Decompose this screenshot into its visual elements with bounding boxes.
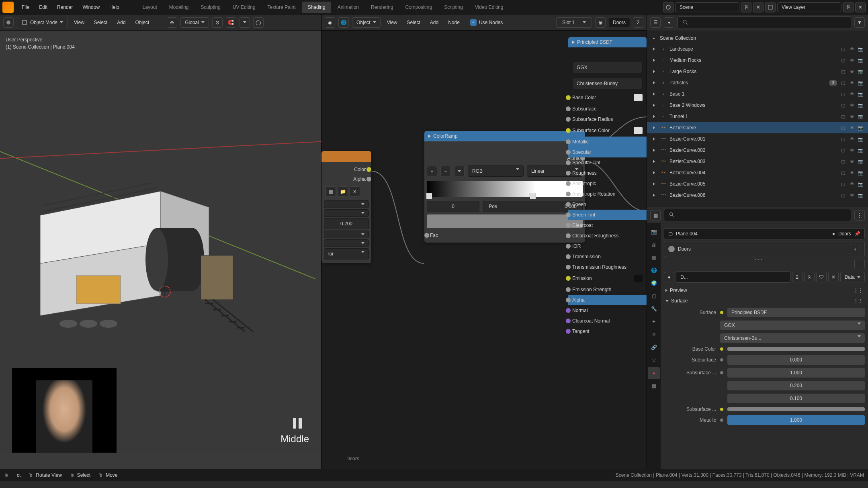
material-name-field[interactable]: Doors: [609, 18, 630, 27]
viewlayer-new-icon[interactable]: ⎘: [843, 2, 854, 12]
surface-section[interactable]: Surface⋮⋮: [664, 296, 865, 306]
gradient-bar[interactable]: [427, 181, 583, 197]
select-menu[interactable]: Select: [91, 18, 111, 27]
base-color-prop[interactable]: [727, 347, 865, 351]
scene-new-icon[interactable]: ⎘: [741, 2, 751, 12]
tab-particle[interactable]: ✦: [648, 316, 660, 328]
tree-row[interactable]: ▫Tunnel 1▢👁📷: [647, 111, 868, 122]
subsurface-prop[interactable]: 0.000: [727, 355, 865, 365]
tab-modeling[interactable]: Modeling: [164, 2, 194, 13]
tab-sculpting[interactable]: Sculpting: [195, 2, 226, 13]
color-mode-select[interactable]: RGB: [468, 165, 524, 177]
snap-icon[interactable]: 🧲: [226, 17, 236, 28]
link-select[interactable]: Data: [840, 272, 865, 282]
mat-remove-icon[interactable]: －: [854, 259, 865, 269]
tab-texture-paint[interactable]: Texture Paint: [262, 2, 301, 13]
sss-method-prop-select[interactable]: Christensen-Bu...: [720, 333, 865, 343]
image-browse-icon[interactable]: ▦: [326, 186, 336, 197]
tab-scene[interactable]: 🌐: [648, 264, 660, 276]
mat-users[interactable]: 2: [792, 272, 802, 282]
tree-row[interactable]: 〰BezierCurve.006▢👁📷: [647, 190, 868, 201]
tab-modifier[interactable]: 🔧: [648, 303, 660, 315]
filter-icon[interactable]: ▼: [854, 17, 865, 28]
tree-row[interactable]: 〰BezierCurve.004▢👁📷: [647, 167, 868, 178]
collapse-icon[interactable]: [428, 135, 431, 138]
view-menu[interactable]: View: [71, 18, 88, 27]
color-stop-0[interactable]: [426, 193, 432, 199]
tab-layout[interactable]: Layout: [137, 2, 163, 13]
subsurface-color-prop[interactable]: [727, 407, 865, 411]
partial-texture-node[interactable]: Color Alpha ▦ 📁 ✕ 0.200 lor: [321, 151, 371, 263]
distribution-select[interactable]: GGX: [572, 62, 643, 73]
proportional-icon[interactable]: ◯: [253, 17, 264, 28]
tab-uv-editing[interactable]: UV Editing: [227, 2, 261, 13]
subsurface-radius-1[interactable]: 1.000: [727, 368, 865, 378]
tree-row[interactable]: ▫Landscape▢👁📷: [647, 43, 868, 55]
base-color-swatch[interactable]: [634, 94, 643, 101]
orientation-selector[interactable]: Global: [180, 17, 209, 28]
tree-row[interactable]: 〰BezierCurve▢👁📷: [647, 122, 868, 133]
mat-unlink-icon[interactable]: ✕: [828, 272, 839, 282]
shader-object-selector[interactable]: Object: [352, 17, 381, 28]
subsurface-method-select[interactable]: Christensen-Burley: [572, 78, 643, 89]
tree-row[interactable]: ▫Base 2 Windows▢👁📷: [647, 100, 868, 111]
mat-new-icon[interactable]: ⎘: [804, 272, 815, 282]
tab-shading[interactable]: Shading: [302, 2, 331, 13]
tree-row[interactable]: ▫Base 1▢👁📷: [647, 88, 868, 100]
outliner-tree[interactable]: ▪Scene Collection ▫Landscape▢👁📷▫Medium R…: [647, 31, 868, 203]
tree-row[interactable]: 〰BezierCurve.001▢👁📷: [647, 133, 868, 145]
tab-render[interactable]: 📷: [648, 226, 660, 238]
menu-file[interactable]: File: [18, 2, 33, 12]
scene-browse-icon[interactable]: [663, 2, 674, 12]
add-menu[interactable]: Add: [114, 18, 129, 27]
mat-add-icon[interactable]: ＋: [850, 244, 860, 254]
tab-animation[interactable]: Animation: [332, 2, 364, 13]
subsurface-radius-2[interactable]: 0.200: [727, 381, 865, 390]
menu-edit[interactable]: Edit: [35, 2, 51, 12]
editor-type-shader-icon[interactable]: ◉: [325, 17, 335, 28]
node-canvas[interactable]: Color Alpha ▦ 📁 ✕ 0.200 lor: [321, 31, 647, 469]
tab-object[interactable]: ▢: [648, 290, 660, 302]
viewlayer-delete-icon[interactable]: ✕: [855, 2, 866, 12]
ramp-add-icon[interactable]: ＋: [427, 166, 437, 176]
menu-window[interactable]: Window: [78, 2, 104, 12]
properties-editor-type-icon[interactable]: ▦: [650, 210, 661, 221]
editor-type-icon[interactable]: [3, 17, 14, 28]
color-stop-1[interactable]: [530, 193, 536, 199]
material-users-count[interactable]: 2: [633, 17, 643, 28]
use-nodes-checkbox[interactable]: ✓: [470, 19, 477, 26]
ramp-tools-icon[interactable]: [454, 166, 465, 176]
object-menu[interactable]: Object: [132, 18, 153, 27]
metallic-prop[interactable]: 1.000: [727, 415, 865, 425]
tab-scripting[interactable]: Scripting: [438, 2, 469, 13]
material-list-item[interactable]: Doors ＋: [664, 241, 865, 257]
principled-bsdf-node[interactable]: Principled BSDF GGX Christensen-Burley B…: [568, 37, 647, 337]
subsurface-radius-3[interactable]: 0.100: [727, 394, 865, 403]
mat-fake-icon[interactable]: 🛡: [816, 272, 827, 282]
scene-name-field[interactable]: Scene: [675, 2, 739, 12]
tree-row[interactable]: 〰BezierCurve.002▢👁📷: [647, 145, 868, 156]
outliner-type-icon[interactable]: ☰: [650, 17, 661, 28]
stop-color-swatch[interactable]: [427, 214, 583, 228]
3d-viewport[interactable]: User Perspective (1) Scene Collection | …: [0, 31, 321, 453]
snap-options-icon[interactable]: [240, 17, 250, 28]
tree-row[interactable]: 〰BezierCurve.005▢👁📷: [647, 178, 868, 190]
preview-section[interactable]: Preview⋮⋮: [664, 285, 865, 296]
node-view-menu[interactable]: View: [384, 18, 401, 27]
value-field[interactable]: 0.200: [324, 218, 369, 229]
node-menu[interactable]: Node: [445, 18, 463, 27]
viewlayer-browse-icon[interactable]: [765, 2, 776, 12]
tab-texture[interactable]: ▩: [648, 380, 660, 392]
tree-row[interactable]: ▫Medium Rocks▢👁📷: [647, 55, 868, 66]
tab-viewlayer[interactable]: ▦: [648, 251, 660, 263]
node-add-menu[interactable]: Add: [427, 18, 442, 27]
properties-search[interactable]: [664, 209, 851, 221]
properties-options-icon[interactable]: ⋮: [854, 210, 865, 221]
object-breadcrumb[interactable]: ▢Plane.004 ●Doors 📌: [664, 228, 865, 239]
material-browse-icon[interactable]: ◉: [595, 17, 606, 28]
view-layer-field[interactable]: View Layer: [777, 2, 841, 12]
tab-physics[interactable]: ⚛: [648, 329, 660, 341]
tab-data[interactable]: ▽: [648, 354, 660, 366]
tree-row[interactable]: ▫Large Rocks▢👁📷: [647, 66, 868, 77]
tree-row[interactable]: ▫Particles3▢👁📷: [647, 77, 868, 88]
